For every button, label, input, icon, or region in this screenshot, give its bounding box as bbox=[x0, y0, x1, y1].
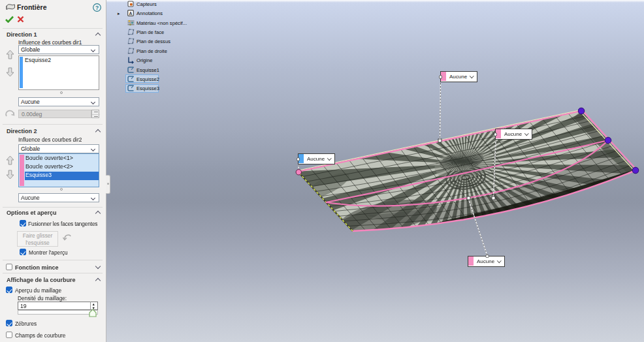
svg-text:?: ? bbox=[95, 5, 99, 11]
svg-text:A: A bbox=[129, 11, 133, 16]
